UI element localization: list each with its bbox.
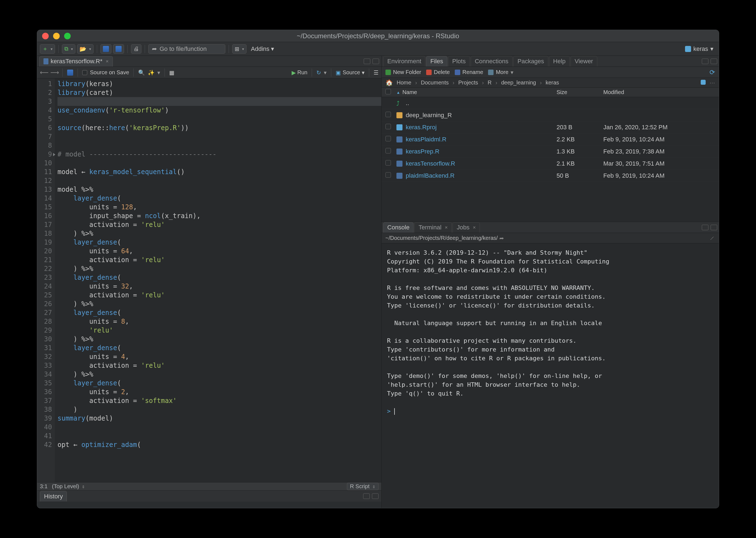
- breadcrumb-segment[interactable]: Documents: [421, 80, 449, 86]
- minimize-window-button[interactable]: [53, 33, 60, 39]
- file-name[interactable]: kerasPrep.R: [406, 148, 439, 155]
- open-file-button[interactable]: 📂▾: [77, 44, 93, 54]
- file-name[interactable]: plaidmlBackend.R: [406, 172, 455, 179]
- close-icon[interactable]: ×: [106, 59, 109, 64]
- col-size-header[interactable]: Size: [557, 89, 603, 95]
- chevron-right-icon: ›: [415, 80, 417, 86]
- clear-console-icon[interactable]: ⟋: [709, 235, 715, 242]
- minimize-pane-button[interactable]: [702, 59, 708, 64]
- close-icon[interactable]: ×: [445, 225, 448, 231]
- tab-connections[interactable]: Connections: [471, 56, 513, 67]
- project-icon[interactable]: [701, 80, 706, 85]
- save-file-icon[interactable]: [67, 70, 73, 76]
- file-row[interactable]: keras.Rproj203 BJan 26, 2020, 12:52 PM: [382, 121, 719, 134]
- addins-menu[interactable]: Addins ▾: [248, 45, 277, 53]
- outline-icon[interactable]: ☰: [374, 69, 379, 76]
- breadcrumb-segment[interactable]: keras: [546, 80, 559, 86]
- console-cursor: [394, 408, 395, 415]
- file-checkbox[interactable]: [385, 136, 391, 141]
- tab-viewer[interactable]: Viewer: [570, 56, 597, 67]
- popout-icon[interactable]: ➦: [499, 235, 504, 242]
- more-path-icon[interactable]: ⋯: [710, 80, 715, 86]
- file-name[interactable]: kerasPlaidml.R: [406, 136, 447, 143]
- breadcrumb-segment[interactable]: Projects: [458, 80, 478, 86]
- file-row[interactable]: deep_learning_R: [382, 109, 719, 121]
- code-area[interactable]: library(keras)library(caret) use_condaen…: [55, 79, 381, 482]
- file-checkbox[interactable]: [385, 172, 391, 178]
- breadcrumb-segment[interactable]: deep_learning: [501, 80, 536, 86]
- new-folder-button[interactable]: New Folder: [385, 69, 421, 75]
- tab-plots[interactable]: Plots: [448, 56, 470, 67]
- tab-terminal[interactable]: Terminal×: [414, 222, 452, 233]
- file-checkbox[interactable]: [385, 160, 391, 166]
- tab-help[interactable]: Help: [549, 56, 570, 67]
- history-tab[interactable]: History: [40, 491, 67, 502]
- rerun-button[interactable]: ↻: [316, 69, 321, 76]
- rename-button[interactable]: Rename: [455, 69, 483, 75]
- close-icon[interactable]: ×: [473, 225, 476, 231]
- file-checkbox[interactable]: [385, 124, 391, 129]
- panes-button[interactable]: ⊞▾: [232, 44, 246, 54]
- file-checkbox[interactable]: [385, 112, 391, 117]
- file-name[interactable]: deep_learning_R: [406, 112, 452, 119]
- source-button[interactable]: ▣ Source ▾: [336, 69, 364, 76]
- wand-icon[interactable]: ✨: [148, 69, 155, 76]
- file-checkbox[interactable]: [385, 148, 391, 153]
- maximize-pane-button[interactable]: [711, 225, 717, 230]
- save-all-button[interactable]: [113, 44, 124, 54]
- refresh-icon[interactable]: ⟳: [710, 69, 715, 76]
- file-modified: Feb 9, 2019, 10:24 AM: [603, 136, 719, 143]
- console-body[interactable]: R version 3.6.2 (2019-12-12) -- "Dark an…: [382, 243, 719, 508]
- maximize-pane-button[interactable]: [372, 493, 379, 499]
- col-size-label: Size: [557, 89, 567, 95]
- find-icon[interactable]: 🔍: [138, 69, 145, 76]
- file-row[interactable]: plaidmlBackend.R50 BFeb 9, 2019, 10:24 A…: [382, 170, 719, 182]
- home-icon[interactable]: 🏠: [385, 79, 393, 86]
- tab-jobs[interactable]: Jobs×: [453, 222, 480, 233]
- back-button[interactable]: ⟵: [40, 69, 48, 76]
- source-tab[interactable]: kerasTensorflow.R* ×: [39, 56, 113, 67]
- file-name[interactable]: keras.Rproj: [406, 124, 437, 131]
- file-row[interactable]: kerasPlaidml.R2.2 KBFeb 9, 2019, 10:24 A…: [382, 134, 719, 145]
- tab-packages[interactable]: Packages: [513, 56, 548, 67]
- goto-placeholder: Go to file/function: [160, 45, 207, 53]
- new-project-button[interactable]: ⧉▾: [62, 44, 76, 54]
- breadcrumb-segment[interactable]: R: [488, 80, 492, 86]
- tab-environment[interactable]: Environment: [383, 56, 426, 67]
- run-button[interactable]: ▶ Run: [292, 69, 307, 76]
- breadcrumb-segment[interactable]: Home: [397, 80, 411, 86]
- col-name-header[interactable]: ▲ Name: [395, 89, 557, 95]
- project-menu[interactable]: keras ▾: [685, 45, 716, 53]
- file-name[interactable]: ..: [406, 100, 409, 107]
- more-button[interactable]: More ▾: [488, 69, 513, 76]
- language-selector[interactable]: R Script ⇕: [347, 483, 379, 490]
- tab-files[interactable]: Files: [426, 56, 447, 67]
- close-window-button[interactable]: [42, 33, 49, 39]
- save-button[interactable]: [100, 44, 111, 54]
- source-icon: ▣: [336, 69, 341, 76]
- files-list: ⤴..deep_learning_Rkeras.Rproj203 BJan 26…: [382, 97, 719, 222]
- file-row[interactable]: ⤴..: [382, 97, 719, 109]
- file-row[interactable]: kerasPrep.R1.3 KBFeb 23, 2019, 7:38 AM: [382, 145, 719, 158]
- file-row[interactable]: kerasTensorflow.R2.1 KBMar 30, 2019, 7:5…: [382, 158, 719, 170]
- delete-button[interactable]: Delete: [426, 69, 450, 75]
- select-all-checkbox[interactable]: [385, 89, 391, 94]
- maximize-pane-button[interactable]: [711, 59, 717, 64]
- files-pane: EnvironmentFilesPlotsConnectionsPackages…: [382, 56, 719, 222]
- maximize-pane-button[interactable]: [372, 59, 379, 64]
- fullscreen-window-button[interactable]: [64, 33, 71, 39]
- scope-selector[interactable]: (Top Level) ⇕: [52, 483, 85, 490]
- new-file-button[interactable]: ＋▾: [40, 44, 55, 54]
- code-editor[interactable]: 1234567891011121314151617181920212223242…: [37, 79, 381, 482]
- print-button[interactable]: 🖨: [131, 44, 141, 54]
- minimize-pane-button[interactable]: [702, 225, 708, 230]
- report-icon[interactable]: ▦: [169, 69, 174, 76]
- tab-console[interactable]: Console: [383, 222, 414, 233]
- col-modified-header[interactable]: Modified: [603, 89, 719, 95]
- forward-button[interactable]: ⟶: [50, 69, 58, 76]
- minimize-pane-button[interactable]: [363, 493, 370, 499]
- file-name[interactable]: kerasTensorflow.R: [406, 160, 455, 167]
- goto-file-function[interactable]: ➦ Go to file/function: [148, 44, 225, 54]
- minimize-pane-button[interactable]: [364, 59, 370, 64]
- source-on-save-checkbox[interactable]: [82, 70, 87, 75]
